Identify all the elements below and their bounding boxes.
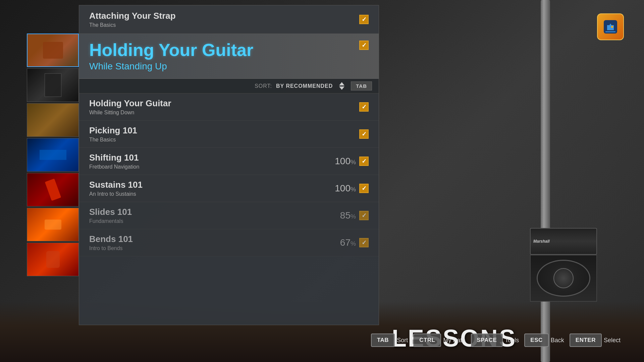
lesson-percent: 67% (340, 237, 356, 248)
amp-decoration: Marshall (530, 228, 597, 302)
thumbnail-7[interactable] (27, 243, 79, 276)
lesson-title: Holding Your Guitar (89, 98, 171, 109)
ctrl-key[interactable]: CTRL (413, 334, 441, 347)
tab-button[interactable]: TAB (351, 81, 372, 90)
thumbnail-4[interactable] (27, 138, 79, 172)
checkmark-icon: ✓ (362, 103, 367, 111)
featured-lesson-subtitle: While Standing Up (89, 61, 253, 72)
lesson-title: Slides 101 (89, 207, 132, 217)
lesson-item[interactable]: Shifting 101 Fretboard Navigation 100% ✓ (79, 148, 379, 175)
checkmark-icon: ✓ (362, 130, 367, 138)
enter-key-label: Select (604, 337, 621, 344)
checkmark-icon: ✓ (362, 239, 367, 246)
featured-lesson-item[interactable]: Holding Your Guitar While Standing Up ✓ (79, 34, 379, 79)
lesson-subtitle: Fretboard Navigation (89, 164, 139, 170)
lesson-list: Holding Your Guitar While Sitting Down ✓… (79, 94, 379, 325)
sort-bar: SORT: BY RECOMMENDED TAB (79, 79, 379, 94)
esc-key[interactable]: ESC (524, 334, 548, 347)
amp-label: Marshall (533, 239, 550, 244)
checkmark-icon: ✓ (362, 212, 367, 219)
tab-key[interactable]: TAB (371, 334, 395, 347)
lesson-title: Bends 101 (89, 234, 133, 244)
thumbnail-5[interactable] (27, 173, 79, 206)
lesson-subtitle: Fundamentals (89, 218, 132, 224)
pipe-decoration (541, 0, 550, 362)
enter-key[interactable]: ENTER (570, 334, 602, 347)
featured-lesson-content: Holding Your Guitar While Standing Up (89, 41, 253, 72)
lesson-item[interactable]: Sustains 101 An Intro to Sustains 100% ✓ (79, 175, 379, 202)
ctrl-key-label: My Path (443, 337, 465, 344)
lesson-subtitle: An Intro to Sustains (89, 191, 143, 197)
app-icon[interactable] (597, 13, 624, 40)
lesson-checkbox: ✓ (359, 184, 369, 193)
lesson-checkbox: ✓ (359, 129, 369, 139)
lesson-checkbox: ✓ (359, 102, 369, 112)
sort-value: BY RECOMMENDED (276, 83, 333, 89)
svg-point-1 (611, 26, 613, 28)
esc-key-label: Back (551, 337, 564, 344)
thumbnail-2[interactable] (27, 68, 79, 102)
lesson-item-left: Holding Your Guitar While Sitting Down (89, 98, 171, 116)
lesson-checkbox: ✓ (359, 157, 369, 166)
bottom-bar: TAB Sort CTRL My Path SPACE Tools ESC Ba… (0, 325, 644, 362)
sort-icon[interactable] (337, 82, 347, 90)
lesson-item[interactable]: Picking 101 The Basics ✓ (79, 121, 379, 148)
lesson-item-left: Slides 101 Fundamentals (89, 207, 132, 224)
prev-lesson-content: Attaching Your Strap The Basics (89, 11, 176, 28)
lesson-item-right: 67% ✓ (340, 237, 369, 248)
lesson-item-right: 100% ✓ (335, 183, 369, 194)
checkmark-icon: ✓ (362, 42, 367, 49)
lesson-item-left: Bends 101 Intro to Bends (89, 234, 133, 251)
lesson-item-left: Sustains 101 An Intro to Sustains (89, 180, 143, 197)
lesson-item-right: ✓ (359, 129, 369, 139)
lesson-subtitle: The Basics (89, 137, 137, 143)
lesson-checkbox: ✓ (359, 211, 369, 220)
sort-arrow-down-icon (339, 86, 344, 90)
lesson-percent: 100% (335, 183, 356, 194)
lesson-subtitle: Intro to Bends (89, 245, 133, 251)
space-key[interactable]: SPACE (471, 334, 503, 347)
thumbnail-strip (27, 34, 79, 276)
lesson-item-right: ✓ (359, 102, 369, 112)
sort-label: SORT: (255, 83, 272, 89)
prev-lesson-title: Attaching Your Strap (89, 11, 176, 21)
thumbnail-1[interactable] (27, 34, 79, 67)
lesson-title: Sustains 101 (89, 180, 143, 190)
lesson-item-left: Shifting 101 Fretboard Navigation (89, 153, 139, 170)
space-key-label: Tools (505, 337, 519, 344)
lesson-title: Picking 101 (89, 125, 137, 136)
thumbnail-6[interactable] (27, 208, 79, 241)
checkmark-icon: ✓ (362, 16, 367, 23)
prev-lesson-item[interactable]: Attaching Your Strap The Basics ✓ (79, 5, 379, 34)
checkmark-icon: ✓ (362, 158, 367, 165)
lesson-checkbox: ✓ (359, 238, 369, 247)
lesson-percent: 85% (340, 210, 356, 221)
thumbnail-3[interactable] (27, 103, 79, 137)
checkmark-icon: ✓ (362, 185, 367, 192)
lesson-item-left: Picking 101 The Basics (89, 125, 137, 143)
lesson-item[interactable]: Slides 101 Fundamentals 85% ✓ (79, 202, 379, 229)
main-panel: Attaching Your Strap The Basics ✓ Holdin… (79, 5, 379, 325)
lesson-item[interactable]: Holding Your Guitar While Sitting Down ✓ (79, 94, 379, 121)
lesson-title: Shifting 101 (89, 153, 139, 163)
prev-lesson-subtitle: The Basics (89, 22, 176, 28)
sort-arrow-up-icon (339, 82, 344, 85)
tab-key-label: Sort (397, 337, 408, 344)
lesson-item-right: 85% ✓ (340, 210, 369, 221)
featured-lesson-title: Holding Your Guitar (89, 41, 253, 60)
prev-lesson-checkbox: ✓ (359, 15, 369, 24)
lesson-subtitle: While Sitting Down (89, 110, 171, 116)
lesson-item-right: 100% ✓ (335, 156, 369, 167)
lesson-percent: 100% (335, 156, 356, 167)
featured-lesson-checkbox: ✓ (359, 41, 369, 50)
lesson-item[interactable]: Bends 101 Intro to Bends 67% ✓ (79, 229, 379, 256)
